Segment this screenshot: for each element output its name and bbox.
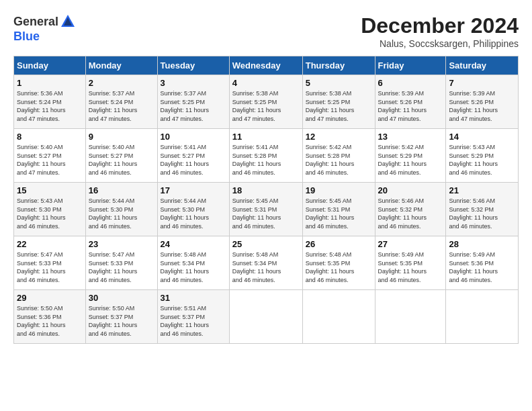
subtitle: Nalus, Soccsksargen, Philippines (361, 38, 519, 49)
week-row-1: 1Sunrise: 5:36 AMSunset: 5:24 PMDaylight… (14, 75, 519, 129)
day-info: Sunrise: 5:44 AMSunset: 5:30 PMDaylight:… (161, 197, 210, 230)
day-info: Sunrise: 5:41 AMSunset: 5:28 PMDaylight:… (232, 144, 281, 176)
day-cell: 2Sunrise: 5:37 AMSunset: 5:24 PMDaylight… (85, 75, 157, 129)
day-cell: 6Sunrise: 5:39 AMSunset: 5:26 PMDaylight… (375, 75, 446, 129)
day-info: Sunrise: 5:48 AMSunset: 5:35 PMDaylight:… (306, 251, 355, 283)
weekday-header-sunday: Sunday (14, 56, 86, 75)
day-number: 26 (306, 239, 372, 249)
day-info: Sunrise: 5:46 AMSunset: 5:32 PMDaylight:… (449, 197, 498, 230)
week-row-4: 22Sunrise: 5:47 AMSunset: 5:33 PMDayligh… (14, 236, 519, 290)
day-info: Sunrise: 5:38 AMSunset: 5:25 PMDaylight:… (232, 90, 281, 122)
day-cell: 18Sunrise: 5:45 AMSunset: 5:31 PMDayligh… (229, 183, 302, 236)
day-info: Sunrise: 5:49 AMSunset: 5:35 PMDaylight:… (378, 251, 427, 283)
day-number: 18 (232, 185, 300, 195)
day-cell: 8Sunrise: 5:40 AMSunset: 5:27 PMDaylight… (14, 129, 86, 183)
day-info: Sunrise: 5:37 AMSunset: 5:25 PMDaylight:… (161, 90, 210, 122)
day-cell: 4Sunrise: 5:38 AMSunset: 5:25 PMDaylight… (229, 75, 302, 129)
day-info: Sunrise: 5:48 AMSunset: 5:34 PMDaylight:… (161, 251, 210, 283)
day-number: 3 (161, 78, 226, 88)
day-cell: 17Sunrise: 5:44 AMSunset: 5:30 PMDayligh… (157, 183, 229, 236)
day-info: Sunrise: 5:50 AMSunset: 5:36 PMDaylight:… (17, 305, 66, 337)
day-number: 31 (161, 293, 226, 303)
day-info: Sunrise: 5:42 AMSunset: 5:28 PMDaylight:… (306, 144, 355, 176)
weekday-header-row: SundayMondayTuesdayWednesdayThursdayFrid… (14, 56, 519, 75)
day-cell: 12Sunrise: 5:42 AMSunset: 5:28 PMDayligh… (302, 129, 375, 183)
day-info: Sunrise: 5:45 AMSunset: 5:31 PMDaylight:… (232, 197, 281, 230)
day-info: Sunrise: 5:47 AMSunset: 5:33 PMDaylight:… (89, 251, 138, 283)
day-cell: 16Sunrise: 5:44 AMSunset: 5:30 PMDayligh… (85, 183, 157, 236)
day-info: Sunrise: 5:47 AMSunset: 5:33 PMDaylight:… (17, 251, 66, 283)
week-row-2: 8Sunrise: 5:40 AMSunset: 5:27 PMDaylight… (14, 129, 519, 183)
day-number: 20 (378, 185, 443, 195)
day-info: Sunrise: 5:40 AMSunset: 5:27 PMDaylight:… (17, 144, 66, 176)
day-info: Sunrise: 5:51 AMSunset: 5:37 PMDaylight:… (161, 305, 210, 337)
day-cell: 3Sunrise: 5:37 AMSunset: 5:25 PMDaylight… (157, 75, 229, 129)
day-number: 14 (449, 132, 515, 142)
day-cell: 13Sunrise: 5:42 AMSunset: 5:29 PMDayligh… (375, 129, 446, 183)
day-number: 23 (89, 239, 154, 249)
day-number: 16 (89, 185, 154, 195)
day-info: Sunrise: 5:42 AMSunset: 5:29 PMDaylight:… (378, 144, 427, 176)
day-info: Sunrise: 5:44 AMSunset: 5:30 PMDaylight:… (89, 197, 138, 230)
weekday-header-wednesday: Wednesday (229, 56, 302, 75)
day-cell: 26Sunrise: 5:48 AMSunset: 5:35 PMDayligh… (302, 236, 375, 290)
day-cell: 19Sunrise: 5:45 AMSunset: 5:31 PMDayligh… (302, 183, 375, 236)
logo-icon (60, 13, 76, 30)
week-row-3: 15Sunrise: 5:43 AMSunset: 5:30 PMDayligh… (14, 183, 519, 236)
day-number: 8 (17, 132, 83, 142)
day-info: Sunrise: 5:39 AMSunset: 5:26 PMDaylight:… (449, 90, 498, 122)
day-info: Sunrise: 5:43 AMSunset: 5:29 PMDaylight:… (449, 144, 498, 176)
day-number: 21 (449, 185, 515, 195)
day-cell: 28Sunrise: 5:49 AMSunset: 5:36 PMDayligh… (446, 236, 519, 290)
weekday-header-friday: Friday (375, 56, 446, 75)
day-cell (446, 290, 519, 344)
page: General Blue December 2024 Nalus, Soccsk… (0, 0, 532, 411)
day-number: 2 (89, 78, 154, 88)
day-cell: 5Sunrise: 5:38 AMSunset: 5:25 PMDaylight… (302, 75, 375, 129)
day-info: Sunrise: 5:39 AMSunset: 5:26 PMDaylight:… (378, 90, 427, 122)
day-cell: 10Sunrise: 5:41 AMSunset: 5:27 PMDayligh… (157, 129, 229, 183)
day-cell: 25Sunrise: 5:48 AMSunset: 5:34 PMDayligh… (229, 236, 302, 290)
day-number: 24 (161, 239, 226, 249)
header: General Blue December 2024 Nalus, Soccsk… (13, 13, 519, 49)
day-number: 28 (449, 239, 515, 249)
day-number: 5 (306, 78, 372, 88)
day-info: Sunrise: 5:38 AMSunset: 5:25 PMDaylight:… (306, 90, 355, 122)
day-number: 11 (232, 132, 300, 142)
day-cell: 30Sunrise: 5:50 AMSunset: 5:37 PMDayligh… (85, 290, 157, 344)
day-number: 7 (449, 78, 515, 88)
day-cell: 21Sunrise: 5:46 AMSunset: 5:32 PMDayligh… (446, 183, 519, 236)
day-cell (375, 290, 446, 344)
day-number: 30 (89, 293, 154, 303)
weekday-header-monday: Monday (85, 56, 157, 75)
day-cell: 7Sunrise: 5:39 AMSunset: 5:26 PMDaylight… (446, 75, 519, 129)
title-block: December 2024 Nalus, Soccsksargen, Phili… (361, 13, 519, 49)
day-cell (229, 290, 302, 344)
day-info: Sunrise: 5:43 AMSunset: 5:30 PMDaylight:… (17, 197, 66, 230)
logo-general-text: General (13, 15, 58, 29)
calendar: SundayMondayTuesdayWednesdayThursdayFrid… (13, 56, 519, 344)
day-info: Sunrise: 5:50 AMSunset: 5:37 PMDaylight:… (89, 305, 138, 337)
day-number: 1 (17, 78, 83, 88)
day-cell: 14Sunrise: 5:43 AMSunset: 5:29 PMDayligh… (446, 129, 519, 183)
day-number: 27 (378, 239, 443, 249)
day-number: 29 (17, 293, 83, 303)
day-number: 22 (17, 239, 83, 249)
day-cell: 27Sunrise: 5:49 AMSunset: 5:35 PMDayligh… (375, 236, 446, 290)
day-number: 19 (306, 185, 372, 195)
day-cell: 11Sunrise: 5:41 AMSunset: 5:28 PMDayligh… (229, 129, 302, 183)
day-info: Sunrise: 5:40 AMSunset: 5:27 PMDaylight:… (89, 144, 138, 176)
week-row-5: 29Sunrise: 5:50 AMSunset: 5:36 PMDayligh… (14, 290, 519, 344)
day-cell: 20Sunrise: 5:46 AMSunset: 5:32 PMDayligh… (375, 183, 446, 236)
day-info: Sunrise: 5:41 AMSunset: 5:27 PMDaylight:… (161, 144, 210, 176)
month-title: December 2024 (361, 13, 519, 38)
day-info: Sunrise: 5:49 AMSunset: 5:36 PMDaylight:… (449, 251, 498, 283)
logo-blue-text: Blue (13, 30, 40, 44)
day-cell (302, 290, 375, 344)
day-cell: 24Sunrise: 5:48 AMSunset: 5:34 PMDayligh… (157, 236, 229, 290)
day-info: Sunrise: 5:48 AMSunset: 5:34 PMDaylight:… (232, 251, 281, 283)
day-number: 9 (89, 132, 154, 142)
day-cell: 23Sunrise: 5:47 AMSunset: 5:33 PMDayligh… (85, 236, 157, 290)
day-info: Sunrise: 5:36 AMSunset: 5:24 PMDaylight:… (17, 90, 66, 122)
weekday-header-saturday: Saturday (446, 56, 519, 75)
